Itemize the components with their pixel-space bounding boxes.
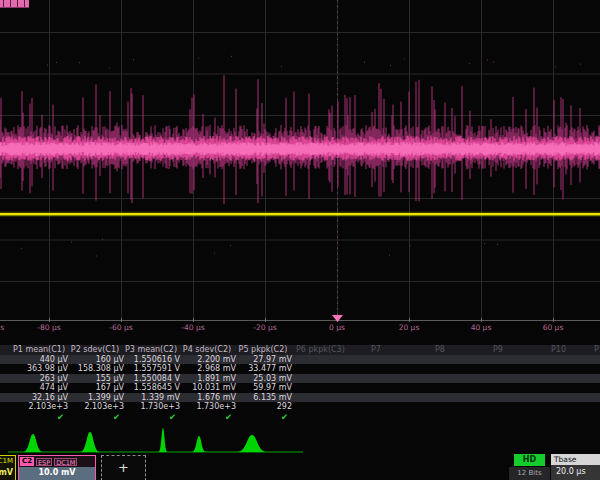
c2-header: C2 ESP DC1M <box>19 456 95 467</box>
measurement-value: 1.550084 V <box>122 374 180 384</box>
measurement-value: 25.03 mV <box>234 374 292 384</box>
measurement-value: 1.399 µV <box>66 393 124 403</box>
measurement-value: 1.730e+3 <box>122 402 180 412</box>
measurement-value: 10.031 mV <box>178 383 236 393</box>
measurement-row: 2.103e+32.103e+31.730e+31.730e+3292 <box>0 402 600 412</box>
measurement-row: P1 mean(C1)P2 sdev(C1)P3 mean(C2)P4 sdev… <box>0 345 600 355</box>
measurement-value: 1.891 mV <box>178 374 236 384</box>
time-axis-labels: -100 µs-80 µs-60 µs-40 µs-20 µs0 µs20 µs… <box>0 323 600 335</box>
measurement-table: P1 mean(C1)P2 sdev(C1)P3 mean(C2)P4 sdev… <box>0 345 600 421</box>
status-badge <box>0 0 29 8</box>
measurement-header-disabled[interactable]: P6 pkpk(C3) <box>296 345 366 355</box>
measurement-histicon <box>237 435 267 452</box>
measurement-value: 440 µV <box>10 355 68 365</box>
measurement-value: 6.135 mV <box>234 393 292 403</box>
add-trace-button[interactable]: + <box>101 455 146 480</box>
measurement-value: 27.97 mV <box>234 355 292 365</box>
measurement-histicon <box>23 434 43 452</box>
measurement-value: 2.103e+3 <box>10 402 68 412</box>
measurement-header[interactable]: P3 mean(C2) <box>122 345 180 355</box>
measurement-header-disabled[interactable]: P7 <box>371 345 441 355</box>
measurement-value: 1.730e+3 <box>178 402 236 412</box>
measurement-row: 363.98 µV158.308 µV1.557591 V2.968 mV33.… <box>0 364 600 374</box>
measurement-value: 1.557591 V <box>122 364 180 374</box>
measurement-histicon <box>80 432 100 452</box>
channel-descriptor-c2[interactable]: C2 ESP DC1M 10.0 mV <box>18 455 96 480</box>
oscilloscope-screen: -100 µs-80 µs-60 µs-40 µs-20 µs0 µs20 µs… <box>0 0 600 480</box>
time-axis-tick-label: -20 µs <box>243 323 287 332</box>
measurement-value: 1.558645 V <box>122 383 180 393</box>
measurement-header[interactable]: P5 pkpk(C2) <box>234 345 292 355</box>
measurement-status-check: ✔ <box>10 412 64 422</box>
c1-coupling: DC1M <box>0 456 15 467</box>
time-axis-tick-label: -60 µs <box>99 323 143 332</box>
hd-mode-badge[interactable]: HD <box>514 454 545 466</box>
c2-esp-badge: ESP <box>36 458 52 466</box>
time-axis-tick-label: -40 µs <box>171 323 215 332</box>
measurement-value: 474 µV <box>10 383 68 393</box>
waveform-svg[interactable] <box>0 0 600 322</box>
measurement-row: 474 µV167 µV1.558645 V10.031 mV59.97 mV <box>0 383 600 393</box>
measurement-value: 59.97 mV <box>234 383 292 393</box>
time-axis-tick-label: 20 µs <box>387 323 431 332</box>
measurement-value: 160 µV <box>66 355 124 365</box>
measurement-value: 33.477 mV <box>234 364 292 374</box>
measurement-row: 32.16 µV1.399 µV1.339 mV1.676 mV6.135 mV <box>0 393 600 403</box>
measurement-row: 263 µV155 µV1.550084 V1.891 mV25.03 mV <box>0 374 600 384</box>
measurement-value: 32.16 µV <box>10 393 68 403</box>
measurement-row: ✔✔✔✔✔ <box>0 412 600 422</box>
measurement-status-check: ✔ <box>66 412 120 422</box>
measurement-value: 1.550616 V <box>122 355 180 365</box>
time-axis-tick-label: 40 µs <box>459 323 503 332</box>
measurement-status-check: ✔ <box>178 412 232 422</box>
measurement-status-check: ✔ <box>234 412 288 422</box>
measurement-header[interactable]: P2 sdev(C1) <box>66 345 124 355</box>
measurement-header-disabled[interactable]: P11 <box>594 345 600 355</box>
measurement-value: 2.200 mV <box>178 355 236 365</box>
measurement-value: 2.968 mV <box>178 364 236 374</box>
measurement-value: 2.103e+3 <box>66 402 124 412</box>
measurement-value: 1.339 mV <box>122 393 180 403</box>
measurement-value: 292 <box>234 402 292 412</box>
measurement-value: 1.676 mV <box>178 393 236 403</box>
measurement-value: 263 µV <box>10 374 68 384</box>
measurement-value: 155 µV <box>66 374 124 384</box>
time-axis-tick-label: -100 µs <box>0 323 12 332</box>
measurement-header[interactable]: P1 mean(C1) <box>10 345 68 355</box>
measurement-status-check: ✔ <box>122 412 176 422</box>
time-axis-tick-label: -80 µs <box>27 323 71 332</box>
channel-descriptor-c1[interactable]: DC1M 10.0 mV <box>0 455 16 480</box>
histicon-svg <box>0 427 600 455</box>
c2-label: C2 <box>20 457 34 466</box>
measurement-header[interactable]: P4 sdev(C2) <box>178 345 236 355</box>
c2-scale: 10.0 mV <box>19 467 95 480</box>
timebase-descriptor[interactable]: Tbase 20.0 µs <box>551 454 600 480</box>
bit-resolution-label: 12 Bits <box>509 467 550 480</box>
timebase-value: 20.0 µs <box>551 465 600 480</box>
time-axis-tick-label: 60 µs <box>531 323 575 332</box>
c1-trace <box>0 213 600 215</box>
measurement-row: 440 µV160 µV1.550616 V2.200 mV27.97 mV <box>0 355 600 365</box>
measurement-header-disabled[interactable]: P10 <box>551 345 600 355</box>
measurement-value: 167 µV <box>66 383 124 393</box>
timebase-title: Tbase <box>551 454 600 465</box>
measurement-histicon <box>159 428 168 452</box>
c2-coupling: DC1M <box>54 458 77 466</box>
measurement-histicon <box>192 436 206 452</box>
measurement-value: 363.98 µV <box>10 364 68 374</box>
c1-scale: 10.0 mV <box>0 467 15 480</box>
time-axis-tick-label: 0 µs <box>315 323 359 332</box>
measurement-value: 158.308 µV <box>66 364 124 374</box>
